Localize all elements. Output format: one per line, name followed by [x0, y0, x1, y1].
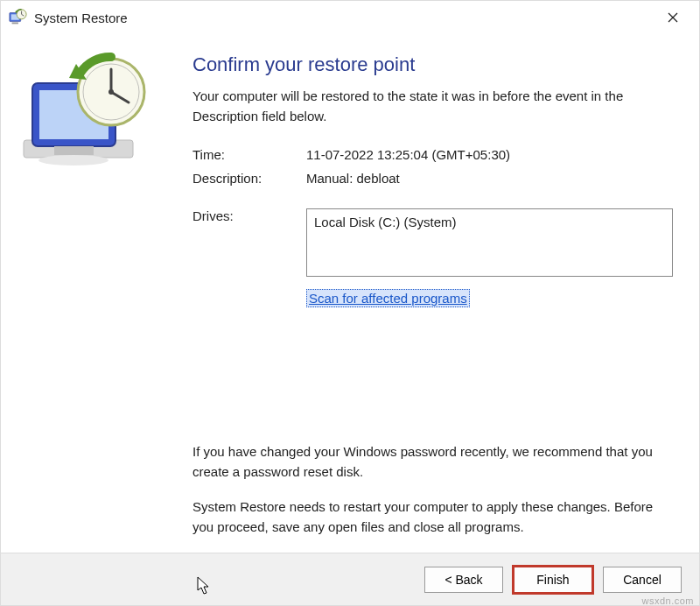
titlebar: System Restore [1, 1, 699, 34]
system-restore-artwork-icon [15, 48, 155, 180]
svg-rect-2 [12, 23, 18, 25]
wizard-sidebar [1, 39, 180, 553]
system-restore-window: System Restore [0, 0, 700, 606]
svg-point-11 [38, 155, 108, 166]
cancel-button[interactable]: Cancel [603, 567, 682, 593]
page-description: Your computer will be restored to the st… [192, 87, 673, 126]
time-value: 11-07-2022 13:25:04 (GMT+05:30) [306, 147, 673, 162]
watermark: wsxdn.com [641, 595, 694, 606]
page-heading: Confirm your restore point [192, 53, 673, 76]
time-label: Time: [192, 147, 306, 162]
restart-note: System Restore needs to restart your com… [192, 497, 673, 537]
password-note: If you have changed your Windows passwor… [192, 442, 673, 482]
cursor-icon [197, 576, 211, 600]
svg-point-16 [108, 89, 114, 95]
svg-rect-10 [54, 146, 94, 155]
back-button[interactable]: < Back [424, 567, 503, 593]
description-value: Manual: debloat [306, 171, 673, 186]
scan-affected-programs-link[interactable]: Scan for affected programs [306, 289, 470, 307]
finish-button[interactable]: Finish [514, 567, 592, 593]
description-label: Description: [192, 171, 306, 186]
drives-item[interactable]: Local Disk (C:) (System) [314, 215, 665, 229]
content-pane: Confirm your restore point Your computer… [180, 39, 699, 553]
system-restore-icon [8, 8, 27, 27]
window-title: System Restore [34, 11, 654, 25]
wizard-footer: < Back Finish Cancel wsxdn.com [1, 553, 699, 605]
close-icon [668, 12, 678, 23]
close-button[interactable] [654, 4, 692, 31]
drives-label: Drives: [192, 208, 306, 223]
drives-listbox[interactable]: Local Disk (C:) (System) [306, 208, 673, 277]
